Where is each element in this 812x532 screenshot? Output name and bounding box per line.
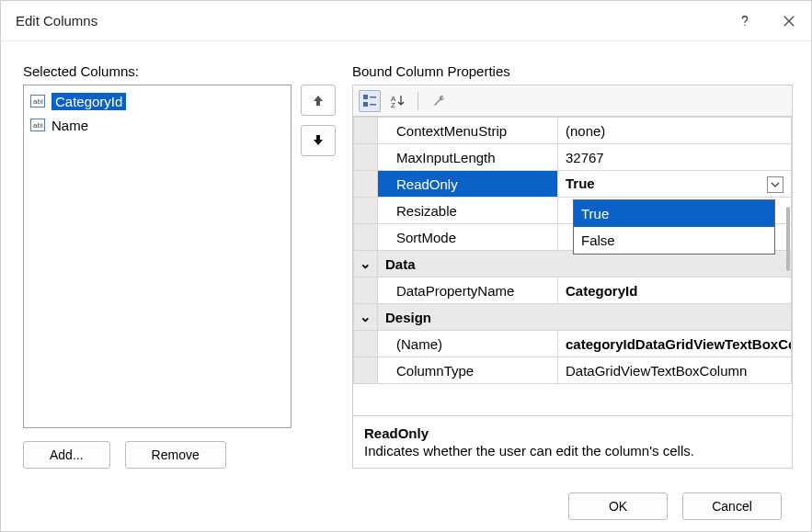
description-name: ReadOnly — [364, 425, 781, 441]
move-down-button[interactable] — [301, 125, 336, 156]
svg-text:Z: Z — [391, 101, 395, 108]
svg-rect-8 — [370, 104, 376, 106]
dropdown-option-false[interactable]: False — [574, 227, 774, 254]
cancel-button[interactable]: Cancel — [682, 492, 782, 520]
dropdown-option-true[interactable]: True — [574, 200, 774, 227]
property-row: MaxInputLength 32767 — [354, 144, 792, 171]
list-item-label: CategoryId — [51, 93, 126, 110]
property-value[interactable]: CategoryId — [558, 277, 792, 304]
close-button[interactable] — [767, 1, 811, 41]
readonly-dropdown[interactable]: True False — [573, 199, 775, 255]
property-row: ContextMenuStrip (none) — [354, 118, 792, 144]
property-row: DataPropertyName CategoryId — [354, 277, 792, 304]
property-row-selected: ReadOnly True — [354, 171, 792, 198]
arrow-up-icon — [312, 94, 325, 107]
property-name: ReadOnly — [378, 171, 558, 198]
description-text: Indicates whether the user can edit the … — [364, 443, 781, 458]
dropdown-button[interactable] — [767, 176, 783, 193]
property-grid[interactable]: ContextMenuStrip (none) MaxInputLength 3… — [352, 116, 793, 416]
property-value[interactable]: (none) — [558, 118, 792, 144]
list-item-label: Name — [51, 118, 88, 133]
dialog-footer: OK Cancel — [1, 481, 811, 531]
property-grid-toolbar: AZ — [352, 85, 793, 116]
categorized-icon — [362, 94, 377, 108]
selected-columns-label: Selected Columns: — [23, 63, 336, 79]
help-button[interactable] — [723, 1, 767, 41]
ok-button[interactable]: OK — [568, 492, 668, 520]
svg-rect-6 — [363, 102, 368, 107]
property-value[interactable]: True — [558, 171, 792, 198]
property-value[interactable]: 32767 — [558, 144, 792, 171]
property-name: MaxInputLength — [378, 144, 558, 171]
wrench-icon — [431, 94, 446, 108]
category-label: Design — [378, 304, 792, 331]
close-icon — [783, 15, 795, 28]
remove-button[interactable]: Remove — [125, 441, 226, 469]
move-up-button[interactable] — [301, 85, 336, 116]
alphabetical-icon: AZ — [390, 94, 405, 108]
chevron-down-icon — [771, 180, 780, 189]
svg-text:abl: abl — [33, 121, 43, 130]
add-button[interactable]: Add... — [23, 441, 110, 469]
categorized-button[interactable] — [359, 90, 381, 112]
list-item[interactable]: abl Name — [28, 113, 287, 137]
svg-point-0 — [744, 24, 745, 25]
titlebar: Edit Columns — [1, 1, 811, 41]
svg-rect-5 — [363, 95, 368, 99]
property-row: (Name) categoryIdDataGridViewTextBoxColu… — [354, 331, 792, 357]
window-title: Edit Columns — [16, 13, 723, 28]
property-name: SortMode — [378, 224, 558, 251]
text-column-icon: abl — [29, 94, 46, 108]
property-value[interactable]: categoryIdDataGridViewTextBoxColumn — [558, 331, 792, 357]
svg-rect-7 — [370, 96, 376, 98]
svg-text:abl: abl — [33, 97, 43, 106]
alphabetical-button[interactable]: AZ — [386, 90, 408, 112]
property-name: DataPropertyName — [378, 277, 558, 304]
list-item[interactable]: abl CategoryId — [28, 89, 287, 113]
property-pages-button[interactable] — [428, 90, 450, 112]
toolbar-separator — [417, 92, 418, 110]
property-name: ContextMenuStrip — [378, 118, 558, 144]
property-value[interactable]: DataGridViewTextBoxColumn — [558, 357, 792, 384]
property-name: Resizable — [378, 198, 558, 224]
property-row: ColumnType DataGridViewTextBoxColumn — [354, 357, 792, 384]
edit-columns-dialog: Edit Columns Selected Columns: abl Categ… — [0, 0, 812, 532]
arrow-down-icon — [312, 134, 325, 147]
scrollbar[interactable] — [786, 207, 790, 271]
help-icon — [738, 15, 751, 28]
selected-columns-listbox[interactable]: abl CategoryId abl Name — [23, 85, 292, 428]
collapse-toggle[interactable]: ⌄ — [354, 304, 378, 331]
bound-column-properties-label: Bound Column Properties — [352, 63, 793, 79]
property-name: ColumnType — [378, 357, 558, 384]
collapse-toggle[interactable]: ⌄ — [354, 251, 378, 277]
category-row: ⌄ Design — [354, 304, 792, 331]
property-name: (Name) — [378, 331, 558, 357]
text-column-icon: abl — [29, 118, 46, 132]
property-description: ReadOnly Indicates whether the user can … — [352, 416, 793, 469]
